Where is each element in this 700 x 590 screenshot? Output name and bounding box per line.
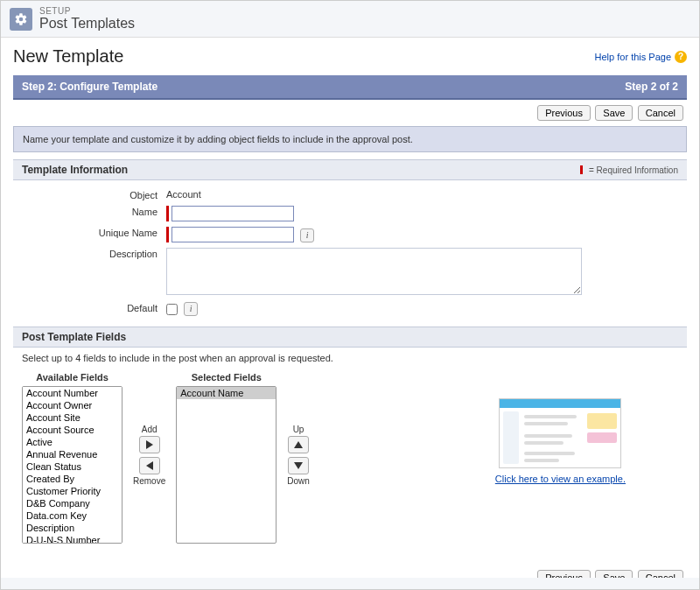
list-item[interactable]: Description	[23, 522, 122, 534]
description-label: Description	[22, 246, 166, 259]
main-scroll[interactable]: New Template Help for this Page ? Step 2…	[1, 38, 699, 578]
list-item[interactable]: Data.com Key	[23, 509, 122, 522]
help-link[interactable]: Help for this Page ?	[595, 51, 687, 63]
name-input[interactable]	[172, 206, 294, 221]
section-template-info: Template Information = Required Informat…	[13, 159, 687, 180]
unique-name-input[interactable]	[172, 227, 294, 242]
save-button[interactable]: Save	[595, 105, 633, 121]
remove-label: Remove	[133, 476, 165, 486]
list-item[interactable]: D&B Company	[23, 497, 122, 509]
list-item[interactable]: Account Owner	[23, 399, 122, 411]
previous-button[interactable]: Previous	[537, 105, 591, 121]
default-checkbox[interactable]	[166, 304, 178, 315]
list-item[interactable]: Annual Revenue	[23, 448, 122, 460]
selected-fields-select[interactable]: Account Name	[176, 386, 276, 544]
available-title: Available Fields	[36, 372, 108, 383]
selected-title: Selected Fields	[192, 372, 262, 383]
previous-button-bottom[interactable]: Previous	[537, 570, 591, 578]
section-post-fields-title: Post Template Fields	[22, 331, 126, 343]
default-info-icon[interactable]: i	[184, 302, 198, 316]
header-eyebrow: SETUP	[39, 6, 135, 16]
list-item[interactable]: Account Site	[23, 411, 122, 424]
description-input[interactable]	[166, 248, 582, 295]
up-button[interactable]	[288, 436, 309, 453]
list-item[interactable]: Account Number	[23, 387, 122, 399]
arrow-down-icon	[294, 462, 303, 469]
add-button[interactable]	[139, 436, 160, 453]
help-link-text: Help for this Page	[595, 52, 671, 62]
unique-name-label: Unique Name	[22, 225, 166, 238]
gear-icon	[10, 8, 32, 31]
remove-button[interactable]	[139, 457, 160, 474]
cancel-button-bottom[interactable]: Cancel	[638, 570, 683, 578]
example-thumbnail[interactable]	[499, 398, 621, 468]
step-bar: Step 2: Configure Template Step 2 of 2	[13, 75, 687, 100]
required-marker-icon	[580, 165, 583, 174]
up-label: Up	[293, 425, 304, 434]
top-button-row: Previous Save Cancel	[13, 100, 687, 126]
list-item[interactable]: Customer Priority	[23, 485, 122, 497]
cancel-button[interactable]: Cancel	[638, 105, 683, 121]
object-value: Account	[166, 187, 678, 200]
list-item[interactable]: Active	[23, 436, 122, 448]
example-link[interactable]: Click here to view an example.	[495, 474, 626, 484]
name-label: Name	[22, 204, 166, 217]
section-post-fields: Post Template Fields	[13, 327, 687, 348]
header-title: Post Templates	[39, 16, 135, 32]
arrow-right-icon	[146, 440, 153, 449]
info-banner: Name your template and customize it by a…	[13, 126, 687, 152]
step-right: Step 2 of 2	[625, 81, 678, 93]
default-label: Default	[22, 300, 166, 313]
required-note: = Required Information	[580, 165, 678, 175]
bottom-button-row: Previous Save Cancel	[13, 565, 687, 578]
down-button[interactable]	[288, 457, 309, 474]
unique-name-info-icon[interactable]: i	[300, 228, 314, 242]
step-left: Step 2: Configure Template	[22, 81, 158, 93]
down-label: Down	[287, 476, 310, 486]
add-label: Add	[142, 425, 158, 434]
object-label: Object	[22, 187, 166, 200]
list-item[interactable]: Account Name	[177, 387, 276, 399]
page-header: SETUP Post Templates	[1, 1, 699, 38]
list-item[interactable]: Account Source	[23, 424, 122, 436]
section-template-info-title: Template Information	[22, 164, 128, 176]
list-item[interactable]: D-U-N-S Number	[23, 534, 122, 544]
arrow-up-icon	[294, 441, 303, 448]
list-item[interactable]: Clean Status	[23, 460, 122, 473]
help-icon: ?	[675, 51, 687, 63]
page-title: New Template	[13, 46, 123, 67]
arrow-left-icon	[146, 461, 153, 470]
fields-help-text: Select up to 4 fields to include in the …	[13, 348, 687, 369]
save-button-bottom[interactable]: Save	[595, 570, 633, 578]
available-fields-select[interactable]: Account NumberAccount OwnerAccount SiteA…	[22, 386, 122, 544]
list-item[interactable]: Created By	[23, 473, 122, 485]
